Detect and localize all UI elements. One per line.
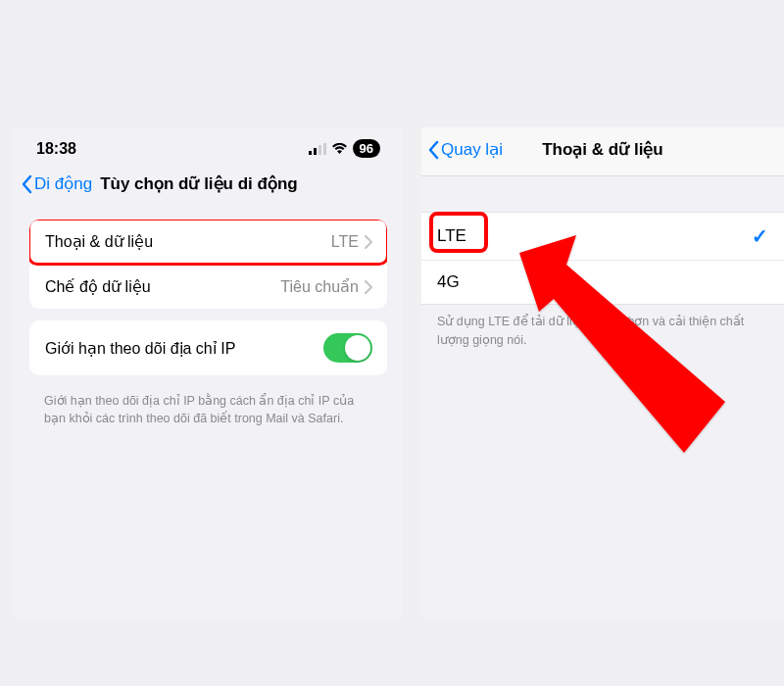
page-title: Tùy chọn dữ liệu di động (100, 173, 298, 194)
status-time: 18:38 (36, 140, 76, 158)
row-label: Thoại & dữ liệu (45, 232, 153, 251)
row-value: LTE (331, 233, 372, 251)
chevron-right-icon (365, 235, 372, 249)
phone-screen-left: 18:38 96 Di động Tùy chọn dữ liệu di độn… (15, 127, 402, 617)
phone-screen-right: Quay lại Thoại & dữ liệu LTE ✓ 4G Sử dụn… (421, 127, 784, 617)
group-footer-text: Giới hạn theo dõi địa chỉ IP bằng cách ẩ… (15, 387, 402, 427)
toggle-switch[interactable] (323, 333, 372, 363)
status-icons: 96 (309, 139, 380, 158)
cellular-signal-icon (309, 143, 326, 155)
back-button[interactable]: Quay lại (427, 139, 503, 160)
svg-rect-0 (309, 151, 312, 155)
settings-group-data: Thoại & dữ liệu LTE Chế độ dữ liệu Tiêu … (29, 220, 387, 309)
row-value: Tiêu chuẩn (280, 277, 372, 296)
checkmark-icon: ✓ (752, 224, 768, 248)
svg-rect-1 (314, 148, 317, 155)
row-data-mode[interactable]: Chế độ dữ liệu Tiêu chuẩn (29, 265, 387, 309)
svg-rect-2 (318, 145, 321, 155)
battery-indicator: 96 (353, 139, 380, 158)
navigation-bar: Di động Tùy chọn dữ liệu di động (15, 166, 402, 208)
option-label: 4G (437, 272, 460, 292)
settings-group-ip: Giới hạn theo dõi địa chỉ IP (29, 320, 387, 375)
chevron-left-icon (427, 140, 439, 160)
back-label: Di động (34, 173, 92, 194)
back-button[interactable]: Di động (21, 173, 92, 194)
option-label: LTE (437, 226, 466, 246)
status-bar: 18:38 96 (15, 127, 402, 166)
row-label: Chế độ dữ liệu (45, 277, 151, 296)
option-lte[interactable]: LTE ✓ (421, 213, 784, 261)
svg-rect-3 (323, 143, 326, 155)
row-limit-ip-tracking[interactable]: Giới hạn theo dõi địa chỉ IP (29, 320, 387, 375)
wifi-icon (331, 143, 348, 155)
row-label: Giới hạn theo dõi địa chỉ IP (45, 339, 235, 358)
row-value-text: LTE (331, 233, 359, 251)
options-list: LTE ✓ 4G (421, 212, 784, 305)
options-description: Sử dụng LTE để tải dữ liệu nhanh hơn và … (421, 305, 784, 358)
navigation-bar: Quay lại Thoại & dữ liệu (421, 127, 784, 176)
page-title: Thoại & dữ liệu (542, 139, 663, 160)
chevron-right-icon (365, 280, 372, 294)
row-voice-and-data[interactable]: Thoại & dữ liệu LTE (29, 220, 387, 265)
back-label: Quay lại (441, 139, 503, 160)
chevron-left-icon (21, 174, 32, 194)
option-4g[interactable]: 4G (421, 261, 784, 304)
row-value-text: Tiêu chuẩn (280, 277, 359, 296)
